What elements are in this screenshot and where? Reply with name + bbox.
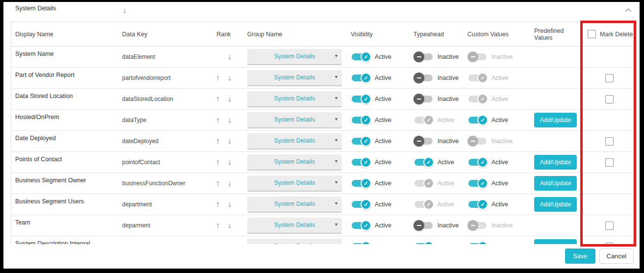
visibility-toggle[interactable]: ✓Active	[351, 220, 391, 231]
typeahead-toggle[interactable]: ✓Active	[413, 115, 454, 125]
typeahead-toggle[interactable]: Inactive	[413, 73, 459, 83]
rank-down-icon[interactable]: ↓	[224, 74, 235, 82]
rank-up-icon[interactable]: ↑	[212, 74, 224, 82]
group-name-select[interactable]: System Details ▾	[247, 218, 342, 234]
typeahead-toggle[interactable]: ✓Active	[413, 157, 454, 168]
check-icon: ✓	[363, 244, 368, 245]
rank-up-icon[interactable]: ↑	[212, 221, 224, 230]
rank-down-icon[interactable]: ↓	[224, 95, 235, 103]
toggle-knob	[413, 136, 424, 147]
cancel-button[interactable]: Cancel	[599, 248, 634, 264]
rank-down-icon[interactable]: ↓	[224, 200, 235, 209]
custom-values-toggle[interactable]: Inactive	[467, 136, 513, 147]
toggle-knob	[467, 220, 478, 231]
toggle-knob	[413, 51, 424, 62]
rank-down-icon[interactable]: ↓	[224, 179, 235, 188]
group-name-select[interactable]: System Details ▾	[247, 70, 342, 86]
custom-values-toggle[interactable]: Inactive	[467, 51, 513, 62]
check-icon: ✓	[480, 75, 485, 81]
mark-delete-all-checkbox[interactable]	[588, 30, 596, 38]
add-update-button[interactable]: Add/Update	[534, 176, 577, 191]
rank-up-icon[interactable]: ↑	[212, 116, 224, 124]
custom-values-state-label: Active	[491, 74, 508, 81]
visibility-state-label: Active	[375, 117, 391, 124]
rank-up-icon[interactable]: ↑	[212, 95, 224, 103]
group-name-select[interactable]: System Details ▾	[247, 112, 342, 128]
mark-delete-checkbox[interactable]	[605, 95, 614, 103]
visibility-toggle[interactable]: ✓Active	[351, 178, 391, 189]
system-details-panel: System Details ↓ Display Name Data Key R…	[3, 2, 640, 269]
custom-values-toggle[interactable]: ✓Active	[467, 199, 508, 210]
mark-delete-checkbox[interactable]	[605, 222, 614, 230]
rank-up-icon[interactable]: ↑	[212, 179, 224, 188]
table-header-row: Display Name Data Key Rank Group Name Vi…	[11, 22, 633, 47]
custom-values-toggle[interactable]: ✓Active	[467, 178, 508, 189]
group-name-select[interactable]: System Details ▾	[247, 133, 342, 149]
custom-values-state-label: Inactive	[491, 138, 513, 145]
visibility-toggle[interactable]: ✓Active	[351, 157, 391, 168]
visibility-toggle[interactable]: ✓Active	[351, 115, 391, 125]
minus-icon	[417, 225, 421, 226]
typeahead-toggle[interactable]: Inactive	[413, 94, 459, 104]
save-button[interactable]: Save	[565, 248, 595, 264]
add-update-button[interactable]: Add/Update	[534, 113, 577, 127]
group-name-value: System Details	[274, 243, 315, 244]
rank-down-icon[interactable]: ↓	[224, 52, 235, 61]
check-icon: ✓	[480, 202, 485, 207]
group-name-select[interactable]: System Details ▾	[247, 197, 342, 213]
custom-values-toggle[interactable]: ✓Active	[467, 241, 508, 244]
dropdown-caret-icon: ▾	[335, 158, 337, 164]
minus-icon	[417, 141, 421, 142]
add-update-button[interactable]: Add/Update	[534, 155, 577, 170]
data-key-text: dataStoredLocation	[122, 96, 173, 102]
typeahead-toggle[interactable]: ✓Active	[413, 199, 454, 210]
custom-values-toggle[interactable]: ✓Active	[467, 157, 508, 168]
typeahead-toggle[interactable]: Inactive	[413, 136, 459, 147]
rank-down-icon[interactable]: ↓	[224, 221, 235, 230]
table-row: System Name dataElement ↑ ↓ System Detai…	[11, 47, 633, 68]
custom-values-toggle[interactable]: ✓Active	[467, 94, 508, 104]
visibility-toggle[interactable]: ✓Active	[351, 73, 391, 83]
visibility-toggle[interactable]: ✓Active	[351, 241, 391, 244]
rank-down-icon[interactable]: ↓	[224, 116, 235, 124]
visibility-toggle[interactable]: ✓Active	[351, 94, 391, 104]
group-name-select[interactable]: System Details ▾	[247, 239, 342, 245]
mark-delete-checkbox[interactable]	[605, 158, 614, 167]
check-icon: ✓	[363, 54, 368, 60]
check-icon: ✓	[426, 244, 431, 245]
custom-values-toggle[interactable]: ✓Active	[467, 115, 508, 125]
group-name-select[interactable]: System Details ▾	[247, 175, 342, 192]
rank-down-icon[interactable]: ↓	[224, 158, 235, 167]
custom-values-toggle[interactable]: ✓Active	[467, 73, 508, 83]
dropdown-caret-icon: ▾	[335, 179, 337, 185]
typeahead-toggle[interactable]: ✓Active	[413, 241, 454, 244]
dropdown-caret-icon: ▾	[335, 95, 337, 100]
group-name-select[interactable]: System Details ▾	[247, 91, 342, 107]
visibility-toggle[interactable]: ✓Active	[351, 51, 391, 62]
section-down-arrow-icon[interactable]: ↓	[123, 6, 127, 16]
check-icon: ✓	[480, 118, 485, 123]
add-update-button[interactable]: Add/Update	[534, 197, 577, 212]
visibility-toggle[interactable]: ✓Active	[351, 136, 391, 147]
group-name-select[interactable]: System Details ▾	[247, 49, 342, 65]
rank-up-icon[interactable]: ↑	[212, 242, 224, 244]
collapse-chevron-icon[interactable]	[625, 8, 632, 13]
group-name-select[interactable]: System Details ▾	[247, 154, 342, 171]
rank-up-icon[interactable]: ↑	[212, 200, 224, 209]
rank-down-icon[interactable]: ↓	[224, 242, 235, 244]
rank-down-icon[interactable]: ↓	[224, 137, 235, 146]
group-name-value: System Details	[274, 95, 315, 102]
add-update-button[interactable]: Add/Update	[534, 239, 577, 244]
rank-up-icon[interactable]: ↑	[212, 137, 224, 146]
mark-delete-checkbox[interactable]	[605, 74, 614, 82]
custom-values-toggle[interactable]: Inactive	[467, 220, 513, 231]
mark-delete-checkbox[interactable]	[605, 243, 614, 245]
typeahead-toggle[interactable]: ✓Active	[413, 178, 454, 189]
check-icon: ✓	[363, 75, 368, 81]
typeahead-state-label: Active	[438, 117, 454, 124]
typeahead-toggle[interactable]: Inactive	[413, 51, 459, 62]
rank-up-icon[interactable]: ↑	[212, 158, 224, 167]
typeahead-toggle[interactable]: Inactive	[413, 220, 459, 231]
visibility-toggle[interactable]: ✓Active	[351, 199, 391, 210]
mark-delete-checkbox[interactable]	[605, 137, 614, 146]
